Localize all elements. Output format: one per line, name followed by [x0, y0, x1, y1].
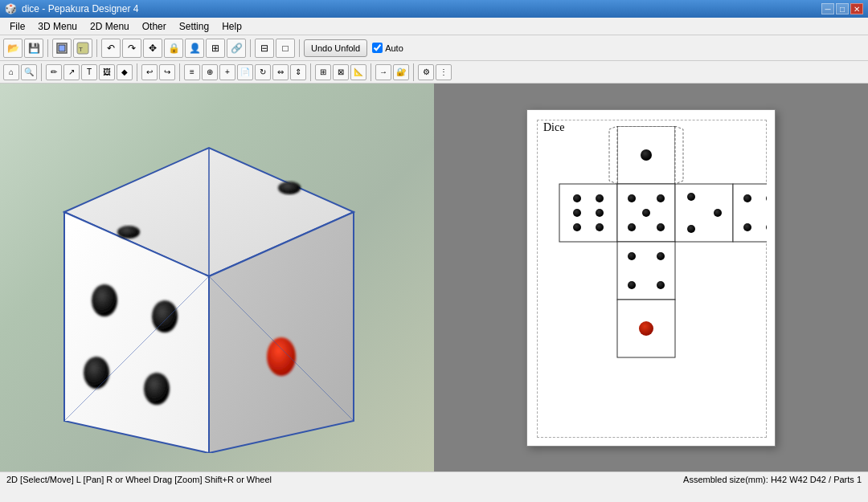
home-button[interactable]: ⌂ [3, 64, 19, 80]
part-button[interactable]: ⊞ [315, 64, 331, 80]
auto-checkbox[interactable] [372, 43, 383, 53]
2d-view-panel[interactable]: Dice [434, 84, 868, 471]
center-button[interactable]: ⊕ [202, 64, 218, 80]
statusbar: 2D [Select/Move] L [Pan] R or Wheel Drag… [0, 471, 868, 486]
zoom-button[interactable]: 🔍 [21, 64, 37, 80]
flip-h-button[interactable]: ⇔ [272, 64, 289, 80]
toolbar2: ⌂ 🔍 ✏ ↗ T 🖼 ◆ ↩ ↪ ≡ ⊕ + 📄 ↻ ⇔ ⇕ ⊞ ⊠ 📐 → … [0, 61, 868, 84]
pen-button[interactable]: ✏ [46, 64, 62, 80]
svg-point-29 [642, 209, 650, 217]
svg-point-13 [267, 337, 296, 376]
redo-button[interactable]: ↪ [159, 64, 175, 80]
minimize-button[interactable]: ─ [821, 3, 834, 14]
maximize-button[interactable]: □ [836, 3, 849, 14]
svg-point-44 [628, 281, 636, 289]
toolbar2-sep1 [41, 63, 42, 81]
svg-point-18 [641, 149, 652, 161]
svg-point-37 [743, 194, 751, 202]
toolbar2-sep6 [413, 63, 414, 81]
svg-point-33 [687, 193, 695, 201]
measure-button[interactable]: 📐 [350, 64, 366, 80]
main-content: Dice [0, 84, 868, 471]
rotate-right-button[interactable]: ↷ [122, 39, 141, 58]
menu-other[interactable]: Other [136, 18, 173, 35]
svg-point-28 [657, 194, 665, 202]
menubar: File 3D Menu 2D Menu Other Setting Help [0, 18, 868, 35]
svg-rect-36 [733, 184, 767, 242]
shape-button[interactable]: ◆ [117, 64, 133, 80]
person-button[interactable]: 👤 [185, 39, 204, 58]
svg-point-39 [743, 223, 751, 231]
texture-button[interactable]: T [73, 39, 92, 58]
window-title: dice - Pepakura Designer 4 [22, 3, 138, 14]
square-button[interactable]: □ [276, 39, 295, 58]
toolbar1: 📂 💾 T ↶ ↷ ✥ 🔒 👤 ⊞ 🔗 ⊟ □ Undo Unfold Auto [0, 35, 868, 61]
image-button[interactable]: 🖼 [99, 64, 115, 80]
toolbar2-sep2 [137, 63, 137, 81]
rotate2-button[interactable]: ↻ [255, 64, 271, 80]
svg-point-11 [84, 357, 109, 389]
menu-2dmenu[interactable]: 2D Menu [84, 18, 136, 35]
svg-rect-1 [59, 45, 65, 51]
svg-point-35 [687, 225, 695, 233]
undo-unfold-button[interactable]: Undo Unfold [304, 39, 367, 57]
3d-view-panel[interactable] [0, 84, 434, 471]
svg-marker-49 [675, 126, 683, 184]
align-button[interactable]: ≡ [184, 64, 200, 80]
text-button[interactable]: T [81, 64, 97, 80]
svg-point-10 [152, 300, 178, 333]
titlebar-title: 🎲 dice - Pepakura Designer 4 [5, 3, 138, 14]
menu-setting[interactable]: Setting [173, 18, 215, 35]
flip-v-button[interactable]: ⇕ [290, 64, 306, 80]
svg-point-23 [596, 209, 604, 217]
svg-point-20 [573, 194, 581, 202]
svg-point-9 [92, 284, 117, 316]
extra-button[interactable]: ⋮ [436, 64, 452, 80]
svg-marker-50 [609, 126, 617, 184]
fold-button[interactable]: ⊟ [255, 39, 274, 58]
svg-rect-32 [675, 184, 733, 242]
paper-sheet: Dice [526, 109, 776, 447]
svg-point-45 [657, 281, 665, 289]
svg-point-24 [573, 223, 581, 231]
titlebar: 🎲 dice - Pepakura Designer 4 ─ □ ✕ [0, 0, 868, 18]
titlebar-controls[interactable]: ─ □ ✕ [821, 3, 863, 14]
svg-point-30 [628, 223, 636, 231]
grid-button[interactable]: ⊠ [333, 64, 349, 80]
close-button[interactable]: ✕ [850, 3, 863, 14]
auto-label[interactable]: Auto [372, 43, 403, 53]
3d-view-button[interactable] [52, 39, 72, 58]
svg-point-12 [144, 373, 170, 405]
save-button[interactable]: 💾 [24, 39, 43, 58]
toolbar2-sep5 [371, 63, 371, 81]
settings2-button[interactable]: ⚙ [418, 64, 434, 80]
svg-point-43 [657, 252, 665, 260]
menu-3dmenu[interactable]: 3D Menu [31, 18, 84, 35]
svg-point-7 [117, 226, 140, 239]
page-button[interactable]: 📄 [237, 64, 253, 80]
move-button[interactable]: ✥ [143, 39, 162, 58]
arrow-button[interactable]: → [375, 64, 391, 80]
toolbar-separator2 [96, 39, 97, 57]
lock-button[interactable]: 🔒 [164, 39, 183, 58]
lock2-button[interactable]: 🔐 [393, 64, 409, 80]
menu-help[interactable]: Help [215, 18, 248, 35]
svg-point-34 [714, 209, 722, 217]
toolbar-separator3 [250, 39, 251, 57]
toolbar-separator [47, 39, 48, 57]
svg-point-8 [278, 182, 301, 194]
rotate-left-button[interactable]: ↶ [101, 39, 121, 58]
open-button[interactable]: 📂 [3, 39, 23, 58]
toolbar2-sep4 [310, 63, 311, 81]
undo-button[interactable]: ↩ [141, 64, 158, 80]
svg-rect-19 [559, 184, 617, 242]
add-button[interactable]: + [219, 64, 235, 80]
split-button[interactable]: ⊞ [206, 39, 225, 58]
link-button[interactable]: 🔗 [227, 39, 246, 58]
menu-file[interactable]: File [3, 18, 31, 35]
statusbar-left: 2D [Select/Move] L [Pan] R or Wheel Drag… [6, 475, 272, 484]
toolbar2-sep3 [179, 63, 180, 81]
svg-point-42 [628, 252, 636, 260]
select-button[interactable]: ↗ [63, 64, 80, 80]
statusbar-right: Assembled size(mm): H42 W42 D42 / Parts … [683, 475, 862, 484]
